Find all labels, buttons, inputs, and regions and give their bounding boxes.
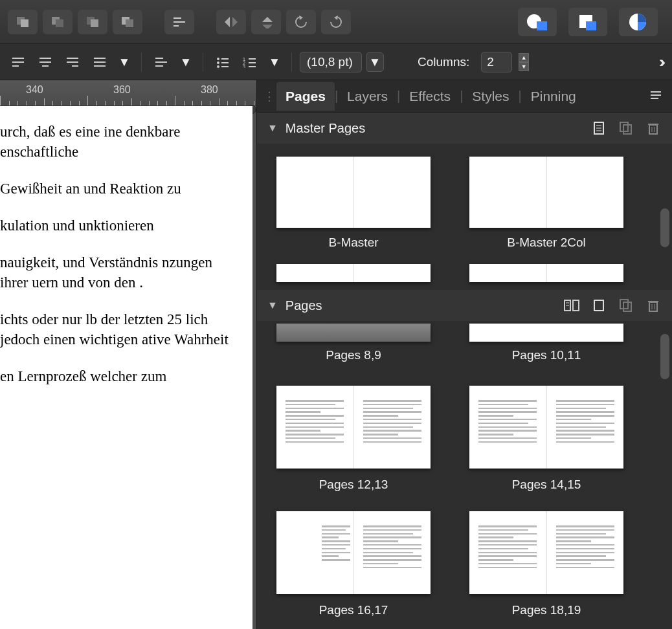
svg-point-37 — [217, 58, 219, 60]
panel-grip-icon[interactable]: ⋮⋮ — [263, 89, 276, 104]
arrange-backward-button[interactable] — [43, 10, 73, 34]
master-thumb-truncated[interactable] — [276, 264, 431, 282]
svg-rect-58 — [649, 125, 657, 134]
bulleted-list-button[interactable] — [211, 51, 234, 73]
flip-vertical-button[interactable] — [251, 10, 281, 34]
spread-thumb-item[interactable]: Pages 18,19 — [469, 511, 623, 617]
panels-area: ⋮⋮ Pages | Layers | Effects | Styles | P… — [256, 80, 672, 629]
justify-right-button[interactable] — [61, 51, 84, 73]
spread-thumb-truncated[interactable] — [469, 324, 623, 342]
paragraph-align-button[interactable] — [150, 51, 173, 73]
master-label: B-Master 2Col — [507, 236, 585, 250]
add-page-button[interactable] — [590, 297, 607, 314]
svg-rect-69 — [649, 302, 657, 311]
top-toolbar — [0, 0, 672, 44]
svg-rect-3 — [56, 19, 63, 27]
columns-stepper-down[interactable]: ▼ — [519, 62, 529, 71]
columns-stepper-up[interactable]: ▲ — [519, 53, 529, 62]
master-thumb-truncated[interactable] — [469, 264, 623, 282]
justify-center-button[interactable] — [34, 51, 57, 73]
spread-label: Pages 10,11 — [512, 348, 581, 362]
document-viewport[interactable]: und stark genug 340 360 380 urch, daß es… — [0, 80, 256, 629]
numbered-list-button[interactable]: 123 — [238, 51, 262, 73]
new-master-button[interactable] — [590, 120, 607, 137]
pages-header[interactable]: ▼ Pages — [257, 290, 672, 321]
svg-rect-63 — [573, 300, 579, 311]
disclosure-icon[interactable]: ▼ — [267, 300, 278, 311]
svg-marker-14 — [262, 25, 273, 28]
master-pages-title: Master Pages — [286, 121, 365, 136]
duplicate-master-button[interactable] — [618, 120, 634, 137]
overflow-button[interactable]: ›› — [659, 53, 662, 71]
point-size-field[interactable]: (10,8 pt) — [300, 52, 362, 72]
pages-section-title: Pages — [286, 298, 322, 313]
body-text[interactable]: urch, daß es eine ine denkbare enschaftl… — [0, 122, 240, 162]
color-mode-a-button[interactable] — [518, 8, 557, 36]
flip-horizontal-button[interactable] — [216, 10, 246, 34]
spread-label: Pages 18,19 — [512, 603, 581, 617]
horizontal-ruler[interactable]: 340 360 380 — [0, 80, 256, 106]
justify-full-button[interactable] — [88, 51, 111, 73]
tab-effects[interactable]: Effects — [400, 82, 460, 111]
body-text[interactable]: kulation und unktionieren — [0, 215, 240, 236]
rotate-cw-button[interactable] — [321, 10, 351, 34]
justify-dropdown[interactable]: ▼ — [115, 51, 133, 73]
spread-label: Pages 14,15 — [512, 478, 581, 492]
tab-layers[interactable]: Layers — [338, 82, 397, 111]
master-thumb[interactable]: B-Master 2Col — [469, 157, 623, 250]
svg-rect-5 — [91, 19, 98, 27]
ruler-mark: 360 — [113, 84, 131, 96]
svg-rect-7 — [126, 19, 133, 27]
columns-label: Columns: — [418, 55, 469, 69]
columns-stepper[interactable]: ▲ ▼ — [519, 53, 529, 71]
facing-pages-button[interactable] — [563, 297, 580, 314]
masters-scrollbar[interactable] — [660, 208, 669, 247]
body-text[interactable]: ichts oder nur lb der letzten 25 lich je… — [0, 309, 240, 349]
page-canvas[interactable]: urch, daß es eine ine denkbare enschaftl… — [0, 106, 252, 629]
spread-thumb-item[interactable]: Pages 12,13 — [276, 386, 431, 492]
spread-thumb-truncated[interactable] — [276, 324, 431, 342]
rotate-ccw-button[interactable] — [286, 10, 316, 34]
tab-styles[interactable]: Styles — [463, 82, 518, 111]
duplicate-page-button[interactable] — [618, 297, 634, 314]
ruler-mark: 340 — [26, 84, 43, 96]
panel-menu-button[interactable] — [646, 90, 666, 103]
body-text[interactable]: en Lernprozeß welcher zum — [0, 366, 240, 386]
tab-pinning[interactable]: Pinning — [522, 82, 585, 111]
body-text[interactable]: nauigkeit, und Verständnis nzungen ihrer… — [0, 252, 240, 292]
master-pages-header[interactable]: ▼ Master Pages — [257, 113, 672, 144]
master-label: B-Master — [328, 236, 378, 250]
color-mode-c-button[interactable] — [619, 8, 658, 36]
justify-left-button[interactable] — [6, 51, 30, 73]
svg-rect-18 — [537, 21, 547, 30]
delete-master-button[interactable] — [645, 120, 662, 137]
list-style-dropdown[interactable]: ▼ — [265, 51, 284, 73]
tab-pages[interactable]: Pages — [276, 82, 335, 111]
spread-label: Pages 16,17 — [319, 603, 388, 617]
color-mode-b-button[interactable] — [568, 8, 607, 36]
arrange-back-button[interactable] — [8, 10, 38, 34]
panel-tabstrip: ⋮⋮ Pages | Layers | Effects | Styles | P… — [257, 80, 672, 113]
paragraph-align-dropdown[interactable]: ▼ — [177, 51, 195, 73]
svg-text:3: 3 — [243, 65, 245, 68]
svg-rect-20 — [586, 21, 596, 30]
ruler-mark: 380 — [201, 84, 218, 96]
point-size-dropdown[interactable]: ▼ — [366, 52, 384, 72]
spread-thumb-item[interactable]: Pages 16,17 — [276, 511, 431, 617]
arrange-forward-button[interactable] — [78, 10, 107, 34]
svg-marker-13 — [262, 17, 273, 22]
svg-rect-1 — [21, 19, 28, 27]
svg-marker-12 — [232, 17, 238, 27]
delete-page-button[interactable] — [645, 297, 662, 314]
svg-point-38 — [217, 61, 219, 64]
body-text[interactable]: Gewißheit an und Reaktion zu — [0, 179, 240, 199]
disclosure-icon[interactable]: ▼ — [267, 122, 278, 134]
spread-thumb-item[interactable]: Pages 14,15 — [469, 386, 623, 492]
svg-marker-11 — [225, 17, 230, 27]
context-bar: ▼ ▼ 123 ▼ (10,8 pt) ▼ Columns: 2 ▲ ▼ ›› — [0, 44, 672, 80]
columns-field[interactable]: 2 — [481, 52, 512, 72]
master-thumb[interactable]: B-Master — [276, 157, 431, 250]
arrange-front-button[interactable] — [113, 10, 142, 34]
pages-scrollbar[interactable] — [660, 334, 669, 379]
align-panel-button[interactable] — [164, 10, 194, 34]
